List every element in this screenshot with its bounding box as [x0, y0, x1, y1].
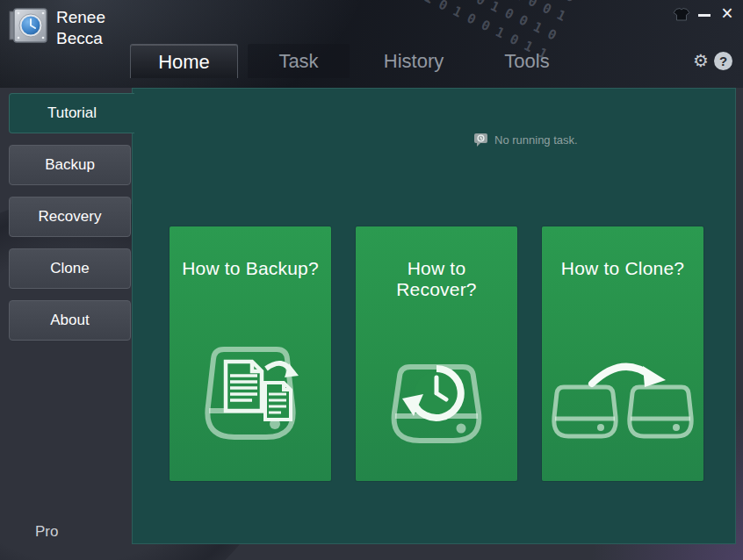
sidebar-item-backup[interactable]: Backup: [9, 145, 131, 185]
sidebar-item-about[interactable]: About: [9, 300, 131, 341]
sidebar-item-clone[interactable]: Clone: [9, 248, 131, 289]
status-text: No running task.: [494, 133, 578, 147]
minimize-icon: [698, 14, 711, 17]
clone-drives-arrow-icon: [548, 350, 697, 460]
tab-history[interactable]: History: [362, 44, 465, 78]
tab-home[interactable]: Home: [130, 44, 238, 78]
card-title: How to Recover?: [364, 258, 509, 300]
card-how-to-backup[interactable]: How to Backup?: [170, 226, 331, 481]
close-button[interactable]: ×: [717, 3, 738, 24]
title-bar: 01001011001010011010010110 1001010011010…: [0, 0, 743, 88]
app-title-line2: Becca: [56, 28, 105, 49]
sidebar-item-tutorial[interactable]: Tutorial: [9, 93, 134, 133]
sidebar-item-recovery[interactable]: Recovery: [9, 197, 131, 237]
main-panel: No running task. How to Backup?: [132, 88, 736, 544]
settings-gear-icon[interactable]: ⚙: [690, 50, 711, 71]
card-how-to-recover[interactable]: How to Recover?: [356, 226, 517, 481]
time-machine-drive-icon: [371, 337, 502, 460]
speech-bubble-clock-icon: [473, 133, 488, 147]
edition-label: Pro: [35, 523, 58, 541]
minimize-button[interactable]: [698, 6, 712, 22]
running-task-status: No running task.: [473, 133, 578, 147]
app-logo-safe-icon: [9, 6, 49, 45]
shirt-icon: [673, 8, 690, 21]
card-title: How to Backup?: [178, 258, 322, 279]
renee-becca-window: 01001011001010011010010110 1001010011010…: [0, 0, 743, 560]
backup-documents-drive-icon: [184, 337, 316, 460]
help-icon[interactable]: ?: [714, 52, 732, 70]
tab-tools[interactable]: Tools: [478, 44, 576, 78]
sidebar-nav: Tutorial Backup Recovery Clone About: [9, 93, 134, 352]
tab-task[interactable]: Task: [248, 44, 350, 78]
change-skin-button[interactable]: [673, 8, 690, 25]
card-how-to-clone[interactable]: How to Clone?: [542, 226, 703, 481]
app-title: Renee Becca: [56, 7, 105, 49]
app-title-line1: Renee: [56, 7, 105, 28]
card-title: How to Clone?: [551, 258, 695, 279]
